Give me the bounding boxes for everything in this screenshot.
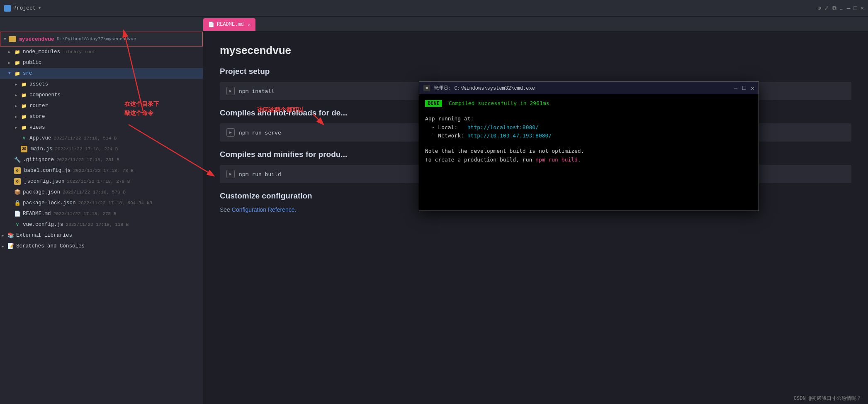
- cmd-line-2: - Local: http://localhost:8080/: [425, 123, 753, 132]
- arrow-router: ▶: [15, 104, 21, 108]
- cmd-line-1: App running at:: [425, 115, 753, 123]
- code-text-npm-serve: npm run serve: [239, 130, 281, 136]
- sidebar-item-babel[interactable]: ⚙ babel.config.js 2022/11/22 17:18, 73 B: [0, 165, 203, 176]
- sidebar-item-src[interactable]: ▼ 📁 src: [0, 68, 203, 79]
- arrow-store: ▶: [15, 115, 21, 119]
- tab-readme-close[interactable]: ✕: [248, 22, 251, 27]
- cmd-npm-run-build: npm run build: [535, 157, 578, 163]
- see-text: See: [220, 206, 232, 213]
- title-bar: Project ▼ ⊕ ⤢ ⧉ … — □ ✕: [0, 0, 868, 17]
- views-label: views: [29, 125, 45, 130]
- content-area: mysecendvue Project setup ▶ npm install …: [203, 32, 868, 404]
- cmd-close-icon[interactable]: ✕: [751, 85, 754, 92]
- babel-icon: ⚙: [14, 167, 21, 174]
- sidebar-item-main-js[interactable]: JS main.js 2022/11/22 17:18, 224 B: [0, 144, 203, 154]
- title-bar-controls: ⊕ ⤢ ⧉ … — □ ✕: [817, 5, 864, 12]
- package-json-icon: 📦: [14, 189, 21, 196]
- project-folder-icon: [9, 36, 16, 42]
- package-lock-icon: 🔒: [14, 200, 21, 206]
- maximize-icon[interactable]: □: [853, 5, 857, 12]
- gitignore-label: .gitignore: [23, 157, 54, 163]
- status-text: CSDN @初遇我口寸の热情呢？: [794, 395, 861, 402]
- sidebar-item-store[interactable]: ▶ 📁 store: [0, 111, 203, 122]
- cmd-minimize-icon[interactable]: —: [734, 85, 737, 92]
- store-label: store: [29, 114, 45, 120]
- sidebar-item-assets[interactable]: ▶ 📁 assets: [0, 79, 203, 90]
- cmd-body: DONE Compiled successfully in 2961ms App…: [419, 94, 759, 211]
- folder-assets-icon: 📁: [21, 81, 27, 88]
- dropdown-arrow[interactable]: ▼: [39, 6, 41, 10]
- sidebar-project-root[interactable]: ▼ mysecendvue D:\Python18\day77\mysecend…: [0, 32, 203, 47]
- app-vue-meta: 2022/11/22 17:18, 514 B: [54, 136, 117, 141]
- scratches-icon: 📝: [7, 243, 14, 250]
- project-root-path: D:\Python18\day77\mysecendvue: [57, 37, 136, 42]
- run-btn-npm-build[interactable]: ▶: [226, 170, 235, 178]
- folder-components-icon: 📁: [21, 92, 27, 98]
- sidebar-item-readme[interactable]: 📄 README.md 2022/11/22 17:18, 275 B: [0, 208, 203, 219]
- sidebar-item-package-lock[interactable]: 🔒 package-lock.json 2022/11/22 17:18, 69…: [0, 198, 203, 208]
- code-text-npm-build: npm run build: [239, 171, 281, 177]
- jsconfig-icon: ⚙: [14, 178, 21, 185]
- cmd-line-5: To create a production build, run npm ru…: [425, 156, 753, 164]
- sidebar-item-vue-config[interactable]: V vue.config.js 2022/11/22 17:18, 118 B: [0, 219, 203, 230]
- locate-icon[interactable]: ⊕: [817, 5, 821, 12]
- cmd-titlebar: ■ 管理员: C:\Windows\system32\cmd.exe — □ ✕: [419, 82, 759, 94]
- run-btn-npm-install[interactable]: ▶: [226, 87, 235, 95]
- package-lock-meta: 2022/11/22 17:18, 694.34 kB: [78, 201, 152, 206]
- sidebar-item-router[interactable]: ▶ 📁 router: [0, 100, 203, 111]
- package-json-label: package.json: [23, 189, 60, 195]
- tab-readme-icon: 📄: [208, 22, 214, 28]
- sidebar-item-package-json[interactable]: 📦 package.json 2022/11/22 17:18, 578 B: [0, 187, 203, 198]
- readme-icon: 📄: [14, 211, 21, 217]
- cmd-maximize-icon[interactable]: □: [742, 85, 746, 92]
- jsconfig-meta: 2022/11/22 17:18, 279 B: [67, 179, 130, 184]
- scratches-label: Scratches and Consoles: [16, 243, 85, 249]
- app-vue-icon: V: [21, 135, 27, 142]
- sidebar-item-jsconfig[interactable]: ⚙ jsconfig.json 2022/11/22 17:18, 279 B: [0, 176, 203, 187]
- sidebar-item-scratches[interactable]: ▶ 📝 Scratches and Consoles: [0, 241, 203, 252]
- split-icon[interactable]: ⧉: [832, 5, 836, 12]
- babel-label: babel.config.js: [24, 168, 71, 174]
- jsconfig-label: jsconfig.json: [24, 179, 65, 184]
- arrow-assets: ▶: [15, 82, 21, 87]
- vue-config-icon: V: [14, 221, 21, 228]
- sidebar-item-node-modules[interactable]: ▶ 📁 node_modules library root: [0, 47, 203, 57]
- sidebar-item-gitignore[interactable]: 🔧 .gitignore 2022/11/22 17:18, 231 B: [0, 154, 203, 165]
- cmd-local-url[interactable]: http://localhost:8080/: [467, 124, 539, 130]
- folder-router-icon: 📁: [21, 103, 27, 109]
- assets-label: assets: [29, 81, 48, 87]
- vue-config-label: vue.config.js: [23, 222, 63, 228]
- cmd-compiled-text: Compiled successfully in 2961ms: [449, 100, 549, 106]
- tab-readme-label: README.md: [217, 22, 244, 27]
- arrow-node-modules: ▶: [8, 50, 14, 54]
- cmd-window: ■ 管理员: C:\Windows\system32\cmd.exe — □ ✕…: [419, 81, 759, 211]
- folder-views-icon: 📁: [21, 124, 27, 131]
- expand-icon[interactable]: ⤢: [824, 5, 829, 12]
- section-project-setup-title: Project setup: [220, 67, 851, 76]
- arrow-views: ▶: [15, 125, 21, 130]
- sidebar-item-app-vue[interactable]: V App.vue 2022/11/22 17:18, 514 B: [0, 133, 203, 144]
- sidebar-item-external-libraries[interactable]: ▶ 📚 External Libraries: [0, 230, 203, 241]
- src-label: src: [23, 71, 32, 76]
- cmd-network-url[interactable]: http://10.103.47.193:8080/: [467, 132, 552, 139]
- code-text-npm-install: npm install: [239, 88, 275, 94]
- cmd-empty-2: [425, 140, 753, 147]
- config-reference-link[interactable]: Configuration Reference.: [232, 206, 297, 213]
- close-icon[interactable]: ✕: [861, 5, 864, 12]
- arrow-scratches: ▶: [2, 244, 7, 249]
- folder-public-icon: 📁: [14, 59, 21, 66]
- minimize-icon[interactable]: —: [847, 5, 850, 12]
- babel-meta: 2022/11/22 17:18, 73 B: [73, 168, 134, 173]
- run-btn-npm-serve[interactable]: ▶: [226, 128, 235, 137]
- sidebar-item-views[interactable]: ▶ 📁 views: [0, 122, 203, 133]
- node-modules-label: node_modules: [23, 49, 60, 55]
- sidebar-item-components[interactable]: ▶ 📁 components: [0, 90, 203, 100]
- cmd-titlebar-controls: — □ ✕: [734, 85, 754, 92]
- arrow-public: ▶: [8, 61, 14, 65]
- more-icon[interactable]: …: [840, 5, 843, 12]
- tab-readme[interactable]: 📄 README.md ✕: [203, 18, 255, 31]
- public-label: public: [23, 60, 41, 66]
- sidebar-item-public[interactable]: ▶ 📁 public: [0, 57, 203, 68]
- main-js-icon: JS: [21, 146, 27, 152]
- arrow-components: ▶: [15, 93, 21, 98]
